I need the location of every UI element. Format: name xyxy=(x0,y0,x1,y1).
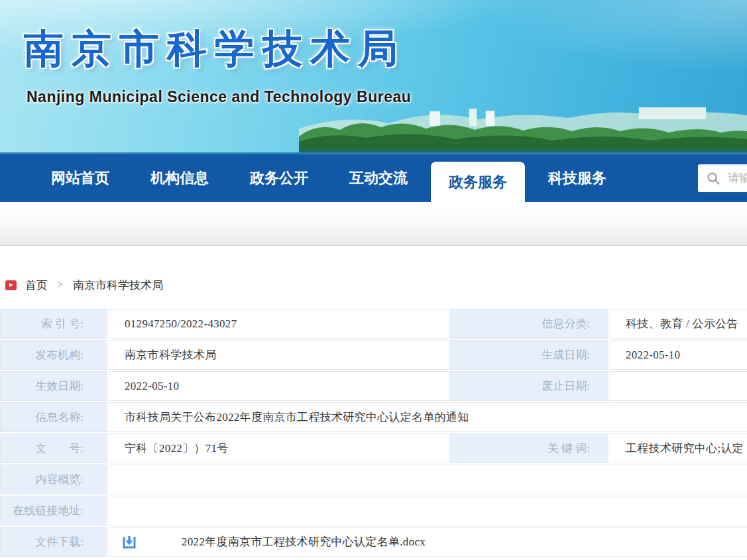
nav-tab-gov-service[interactable]: 政务服务 xyxy=(431,162,525,202)
abolished-label: 废止日期: xyxy=(449,371,608,401)
table-row: 文件下载: 2022年度南京市工程技术研究中心认定名单.docx xyxy=(0,527,747,557)
publisher-label: 发布机构: xyxy=(0,340,107,370)
table-row: 在线链接地址: xyxy=(0,496,747,526)
site-title-cn: 南京市科学技术局 xyxy=(24,23,406,76)
table-row: 生效日期: 2022-05-10 废止日期: xyxy=(0,371,747,401)
download-label: 文件下载: xyxy=(0,527,107,557)
keywords-value: 工程技术研究中心;认定 xyxy=(610,433,747,463)
index-no-label: 索 引 号: xyxy=(0,309,107,339)
search-input[interactable] xyxy=(728,172,747,185)
download-icon xyxy=(122,535,137,549)
title-value: 市科技局关于公布2022年度南京市工程技术研究中心认定名单的通知 xyxy=(109,402,747,432)
table-row: 索 引 号: 012947250/2022-43027 信息分类: 科技、教育 … xyxy=(0,309,747,339)
page: 南京市科学技术局 Nanjing Municipal Science and T… xyxy=(0,0,747,560)
publisher-value: 南京市科学技术局 xyxy=(109,340,448,370)
breadcrumb-current: 南京市科学技术局 xyxy=(73,278,163,293)
search-icon xyxy=(707,172,720,185)
nav-tab-interaction[interactable]: 互动交流 xyxy=(331,154,426,202)
abolished-value xyxy=(610,371,747,401)
category-value: 科技、教育 / 公示公告 xyxy=(610,309,747,339)
breadcrumb-home[interactable]: 首页 xyxy=(25,278,48,293)
breadcrumb-icon xyxy=(5,280,17,290)
file-download-link[interactable]: 2022年度南京市工程技术研究中心认定名单.docx xyxy=(109,534,747,549)
nav-tab-gov-open[interactable]: 政务公开 xyxy=(232,154,326,202)
search-box[interactable] xyxy=(698,164,747,192)
nav-tab-site-home[interactable]: 网站首页 xyxy=(33,154,127,202)
link-label: 在线链接地址: xyxy=(0,496,107,526)
keywords-label: 关 键 词: xyxy=(449,433,608,463)
effective-value: 2022-05-10 xyxy=(109,371,448,401)
table-row: 信息名称: 市科技局关于公布2022年度南京市工程技术研究中心认定名单的通知 xyxy=(0,402,747,432)
created-value: 2022-05-10 xyxy=(610,340,747,370)
main-nav: 网站首页 机构信息 政务公开 互动交流 政务服务 科技服务 xyxy=(0,154,747,202)
site-title-en: Nanjing Municipal Science and Technology… xyxy=(27,88,411,106)
title-label: 信息名称: xyxy=(0,402,107,432)
index-no-value: 012947250/2022-43027 xyxy=(109,309,448,339)
nav-tab-org-info[interactable]: 机构信息 xyxy=(133,154,227,202)
doc-no-label: 文 号: xyxy=(0,433,107,463)
overview-label: 内容概览: xyxy=(0,465,107,494)
download-file-name: 2022年度南京市工程技术研究中心认定名单.docx xyxy=(182,534,426,549)
doc-no-value: 宁科〔2022〕）71号 xyxy=(109,433,448,463)
table-row: 文 号: 宁科〔2022〕）71号 关 键 词: 工程技术研究中心;认定 xyxy=(0,433,747,463)
info-table: 索 引 号: 012947250/2022-43027 信息分类: 科技、教育 … xyxy=(0,308,747,558)
category-label: 信息分类: xyxy=(449,309,608,339)
link-value xyxy=(109,496,747,526)
overview-value xyxy=(109,465,747,494)
effective-label: 生效日期: xyxy=(0,371,107,401)
breadcrumb: 首页 > 南京市科学技术局 xyxy=(5,278,747,292)
table-row: 内容概览: xyxy=(0,465,747,494)
site-banner: 南京市科学技术局 Nanjing Municipal Science and T… xyxy=(0,0,747,154)
table-row: 发布机构: 南京市科学技术局 生成日期: 2022-05-10 xyxy=(0,340,747,370)
nav-tab-tech-service[interactable]: 科技服务 xyxy=(530,154,624,202)
created-label: 生成日期: xyxy=(449,340,608,370)
subnav-strip xyxy=(0,202,747,246)
breadcrumb-separator: > xyxy=(58,280,63,290)
